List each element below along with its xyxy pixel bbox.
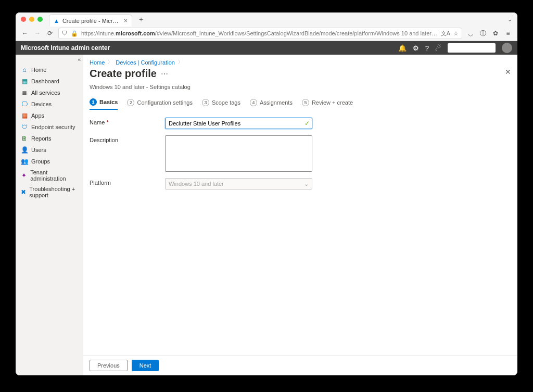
browser-tab[interactable]: ▲ Create profile - Microsoft Intun… × [49,14,132,27]
new-tab-button[interactable]: + [136,15,146,23]
step-number-icon: 4 [250,99,257,106]
more-actions-icon[interactable]: ⋯ [161,70,168,78]
wizard-step-2: 2Configuration settings [127,98,192,110]
wizard-step-3: 3Scope tags [202,98,240,110]
sidebar-item-services[interactable]: ≣All services [16,87,83,98]
sidebar-collapse-icon[interactable]: « [78,57,81,62]
extensions-icon[interactable]: ✿ [491,30,500,37]
settings-gear-icon[interactable]: ⚙ [413,44,419,52]
tab-close-icon[interactable]: × [124,17,128,24]
sidebar-item-label: All services [31,90,60,96]
sidebar-item-label: Groups [31,158,50,165]
description-label: Description [90,135,165,143]
address-bar[interactable]: ⛉ 🔒 https://intune.microsoft.com/#view/M… [58,28,462,39]
bookmark-star-icon[interactable]: ☆ [453,30,459,37]
maximize-window-icon[interactable] [37,17,43,22]
apps-icon: ▦ [21,112,28,119]
sidebar-item-groups[interactable]: 👥Groups [16,156,83,167]
page-subtitle: Windows 10 and later - Settings catalog [83,84,517,95]
app-header: Microsoft Intune admin center 🔔 ⚙ ? ☄ [16,41,517,55]
browser-chrome: ▲ Create profile - Microsoft Intun… × + … [16,12,517,41]
main-content: Home 〉 Devices | Configuration 〉 Create … [83,55,517,375]
chevron-right-icon: 〉 [108,59,112,66]
platform-label: Platform [90,178,165,186]
devices-icon: 🖵 [21,100,28,108]
description-input[interactable] [165,135,312,172]
breadcrumb-config[interactable]: Devices | Configuration [116,59,175,66]
name-input[interactable] [165,118,312,129]
lock-icon: 🔒 [71,30,78,37]
header-search[interactable] [448,43,496,53]
forward-button[interactable]: → [33,30,42,37]
sidebar-item-devices[interactable]: 🖵Devices [16,98,83,110]
sidebar-item-label: Troubleshooting + support [29,186,78,198]
translate-icon[interactable]: 文A [441,30,450,37]
previous-button[interactable]: Previous [90,360,128,371]
menu-icon[interactable]: ≡ [504,30,512,37]
platform-select: Windows 10 and later ⌄ [165,178,312,189]
sidebar-item-reports[interactable]: 🗎Reports [16,133,83,144]
sidebar: « ⌂Home▦Dashboard≣All services🖵Devices▦A… [16,55,83,375]
breadcrumb: Home 〉 Devices | Configuration 〉 [83,55,517,68]
tenant-icon: ✦ [21,172,27,179]
back-button[interactable]: ← [21,30,29,37]
sidebar-item-label: Reports [31,135,52,142]
tab-title: Create profile - Microsoft Intun… [62,18,119,24]
wizard-step-5: 5Review + create [302,98,353,110]
dashboard-icon: ▦ [21,78,28,85]
home-icon: ⌂ [21,66,28,73]
page-title: Create profile [90,68,157,80]
platform-value: Windows 10 and later [169,181,224,187]
sidebar-item-troubleshoot[interactable]: ✖Troubleshooting + support [16,184,83,200]
step-label: Assignments [260,99,293,106]
sidebar-item-label: Home [31,67,46,73]
chevron-down-icon: ⌄ [304,181,309,187]
url-text: https://intune.microsoft.com/#view/Micro… [81,30,438,36]
validation-check-icon: ✓ [304,120,310,127]
sidebar-item-apps[interactable]: ▦Apps [16,110,83,121]
step-number-icon: 3 [202,99,209,106]
sidebar-item-users[interactable]: 👤Users [16,144,83,156]
sidebar-item-dashboard[interactable]: ▦Dashboard [16,75,83,87]
groups-icon: 👥 [21,158,28,165]
chevron-right-icon: 〉 [178,59,183,66]
step-number-icon: 1 [90,98,97,106]
endpoint-icon: 🛡 [21,123,28,131]
avatar[interactable] [502,43,512,53]
step-label: Review + create [312,99,353,106]
wizard-step-1[interactable]: 1Basics [90,98,118,110]
app-title: Microsoft Intune admin center [21,44,398,52]
services-icon: ≣ [21,89,28,96]
step-label: Basics [99,99,118,105]
users-icon: 👤 [21,146,28,154]
sidebar-item-label: Tenant administration [30,169,78,182]
close-window-icon[interactable] [21,17,26,22]
tabs-dropdown-icon[interactable]: ⌄ [507,16,512,23]
window-controls [21,17,43,22]
name-label: Name * [90,118,165,125]
step-number-icon: 2 [127,99,134,106]
wizard-step-4: 4Assignments [250,98,293,110]
help-icon[interactable]: ? [425,44,429,52]
sidebar-item-tenant[interactable]: ✦Tenant administration [16,167,83,184]
step-label: Scope tags [212,99,240,106]
pocket-icon[interactable]: ◡ [466,30,475,37]
step-label: Configuration settings [137,99,192,106]
notifications-icon[interactable]: 🔔 [398,44,407,52]
sidebar-item-label: Users [31,147,46,153]
breadcrumb-home[interactable]: Home [90,59,105,66]
minimize-window-icon[interactable] [29,17,34,22]
close-blade-icon[interactable]: ✕ [505,68,511,76]
sidebar-item-home[interactable]: ⌂Home [16,64,83,75]
reports-icon: 🗎 [21,135,28,142]
sidebar-item-label: Apps [31,112,44,119]
reload-button[interactable]: ⟳ [46,30,54,37]
sidebar-item-label: Dashboard [31,78,59,84]
next-button[interactable]: Next [132,360,159,371]
account-icon[interactable]: ⓘ [479,29,487,38]
sidebar-item-endpoint[interactable]: 🛡Endpoint security [16,121,83,133]
shield-icon: ⛉ [62,30,68,36]
wizard-steps: 1Basics2Configuration settings3Scope tag… [83,95,517,110]
troubleshoot-icon: ✖ [21,188,26,196]
feedback-icon[interactable]: ☄ [435,44,441,52]
